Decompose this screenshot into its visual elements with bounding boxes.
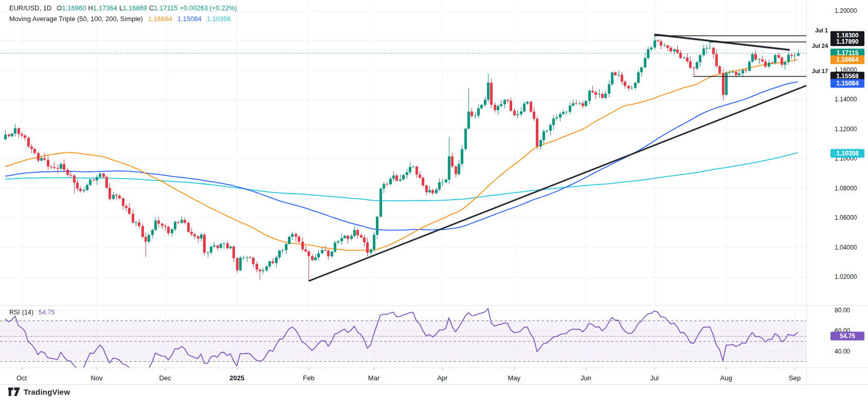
tradingview-logo[interactable]: TradingView bbox=[8, 388, 70, 396]
ma-indicator-title: Moving Average Triple (50, 100, 200, Sim… bbox=[9, 15, 143, 23]
chart-canvas[interactable] bbox=[0, 0, 868, 405]
time-axis-tick bbox=[726, 368, 727, 370]
time-axis[interactable]: OctNovDec2025FebMarAprMayJunJulAugSep bbox=[0, 368, 868, 385]
time-axis-tick bbox=[22, 368, 22, 370]
rsi-axis-badge: 54.75 bbox=[830, 332, 864, 341]
pane-separator-rsi[interactable] bbox=[0, 305, 868, 306]
month-label: Jul bbox=[650, 374, 659, 382]
price-axis[interactable]: 1.200001.180001.160001.140001.120001.100… bbox=[807, 0, 868, 384]
month-label: Nov bbox=[91, 374, 102, 382]
price-axis-badge: 1.17890 bbox=[830, 38, 864, 46]
price-tick-label: 1.08000 bbox=[835, 185, 857, 192]
time-axis-tick bbox=[374, 368, 374, 370]
chart-bottom-border bbox=[0, 384, 868, 385]
month-label: 2025 bbox=[229, 374, 244, 382]
price-axis-badge: 1.16664 bbox=[830, 56, 864, 64]
time-axis-tick bbox=[237, 368, 238, 370]
price-tick-label: 1.02000 bbox=[835, 273, 857, 280]
month-label: Feb bbox=[303, 374, 314, 382]
price-tick-label: 1.14000 bbox=[835, 96, 857, 103]
date-level-label: Jul 1 bbox=[815, 27, 828, 33]
month-label: Aug bbox=[720, 374, 732, 382]
tradingview-logo-text: TradingView bbox=[24, 388, 70, 396]
month-label: Jun bbox=[581, 374, 591, 382]
month-label: Oct bbox=[16, 374, 27, 382]
rsi-legend-row[interactable]: RSI (14) 54.75 bbox=[9, 309, 55, 316]
rsi-tick-label: 80.00 bbox=[835, 307, 850, 314]
rsi-tick-label: 40.00 bbox=[835, 348, 850, 355]
symbol-title: EUR/USD, 1D bbox=[9, 4, 51, 12]
ma100-value: 1.15084 bbox=[177, 15, 202, 23]
open-value: 1.16960 bbox=[62, 4, 86, 12]
high-label: H bbox=[88, 4, 93, 12]
symbol-legend-row[interactable]: EUR/USD, 1D O1.16960 H1.17364 L1.16869 C… bbox=[9, 4, 237, 12]
month-label: Mar bbox=[368, 374, 379, 382]
time-axis-tick bbox=[794, 368, 795, 370]
price-axis-badge: 1.10356 bbox=[830, 149, 864, 157]
price-tick-label: 1.20000 bbox=[835, 7, 857, 14]
open-label: O bbox=[57, 4, 62, 12]
time-axis-tick bbox=[514, 368, 515, 370]
ma50-value: 1.16664 bbox=[148, 15, 172, 23]
close-label: C bbox=[149, 4, 154, 12]
price-tick-label: 1.06000 bbox=[835, 214, 857, 221]
time-axis-tick bbox=[655, 368, 655, 370]
month-label: May bbox=[508, 374, 521, 382]
date-level-label: Jul 17 bbox=[812, 68, 828, 74]
change-value: +0.00263 (+0.22%) bbox=[180, 4, 237, 12]
time-axis-tick bbox=[97, 368, 97, 370]
axis-separator-vertical[interactable] bbox=[806, 0, 807, 384]
ma200-value: 1.10356 bbox=[207, 15, 231, 23]
rsi-indicator-title: RSI bbox=[9, 309, 20, 316]
rsi-value: 54.75 bbox=[39, 309, 55, 316]
close-value: 1.17115 bbox=[154, 4, 178, 12]
tradingview-logo-icon bbox=[8, 388, 20, 396]
month-label: Sep bbox=[789, 374, 801, 382]
price-tick-label: 1.04000 bbox=[835, 244, 857, 251]
high-value: 1.17364 bbox=[93, 4, 117, 12]
low-value: 1.16869 bbox=[123, 4, 147, 12]
tradingview-chart-window: EUR/USD, 1D O1.16960 H1.17364 L1.16869 C… bbox=[0, 0, 868, 405]
month-label: Apr bbox=[437, 374, 447, 382]
time-axis-tick bbox=[309, 368, 309, 370]
time-axis-tick bbox=[586, 368, 586, 370]
pane-separator-timeaxis bbox=[0, 367, 868, 368]
price-axis-badge: 1.15084 bbox=[830, 79, 864, 87]
date-level-label: Jul 24 bbox=[812, 43, 828, 49]
rsi-params: (14) bbox=[22, 309, 33, 316]
price-tick-label: 1.12000 bbox=[835, 126, 857, 133]
month-label: Dec bbox=[159, 374, 171, 382]
time-axis-tick bbox=[165, 368, 166, 370]
time-axis-tick bbox=[442, 368, 443, 370]
ma-legend-row[interactable]: Moving Average Triple (50, 100, 200, Sim… bbox=[9, 15, 231, 23]
low-label: L bbox=[119, 4, 123, 12]
